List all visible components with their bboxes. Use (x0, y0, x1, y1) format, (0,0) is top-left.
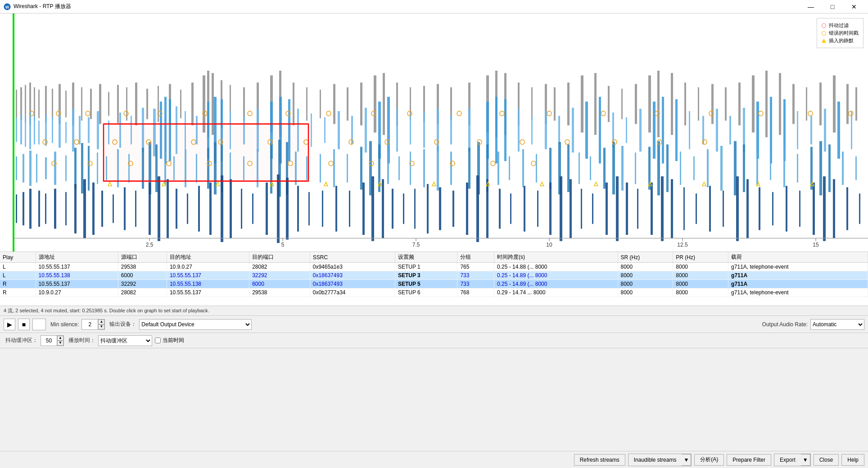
jitter-buffer-spinner[interactable]: ▲ ▼ (41, 335, 64, 346)
waveform-svg[interactable]: 2.5 5 7.5 10 12.5 15 (0, 14, 868, 252)
svg-rect-270 (382, 179, 384, 238)
svg-rect-213 (603, 148, 606, 189)
svg-rect-297 (696, 194, 697, 224)
svg-rect-125 (437, 109, 439, 152)
jitter-up[interactable]: ▲ (57, 336, 63, 341)
table-cell: 8000 (618, 280, 673, 288)
min-silence-label: Min silence: (50, 321, 79, 328)
svg-rect-89 (65, 122, 67, 143)
jitter-down[interactable]: ▼ (57, 341, 63, 346)
svg-rect-266 (335, 186, 337, 232)
svg-rect-219 (666, 144, 669, 192)
export-dropdown[interactable]: ▼ (801, 454, 810, 466)
svg-rect-40 (347, 87, 348, 121)
svg-rect-85 (38, 121, 40, 144)
help-button[interactable]: Help (841, 454, 864, 466)
svg-rect-39 (333, 84, 335, 124)
svg-rect-79 (855, 87, 857, 121)
svg-rect-152 (797, 111, 798, 149)
refresh-streams-button[interactable]: Refresh streams (574, 454, 625, 466)
min-silence-up[interactable]: ▲ (98, 320, 104, 324)
svg-rect-281 (510, 194, 511, 224)
svg-rect-272 (403, 194, 404, 224)
svg-rect-129 (495, 97, 497, 163)
svg-rect-80 (16, 118, 17, 142)
table-row[interactable]: L10.55.55.1372953810.9.0.27280820x9465a1… (0, 263, 868, 271)
svg-rect-76 (819, 82, 822, 125)
svg-rect-153 (810, 116, 812, 144)
stop-button[interactable]: ■ (18, 319, 30, 330)
svg-rect-282 (524, 186, 525, 232)
svg-rect-280 (499, 189, 501, 229)
output-device-select[interactable]: Default Output Device (139, 319, 252, 330)
close-button[interactable]: Close (814, 454, 839, 466)
play-button[interactable]: ▶ (4, 319, 15, 330)
svg-rect-261 (277, 175, 280, 243)
svg-rect-23 (158, 86, 159, 122)
jitter-buffer-input[interactable] (41, 335, 57, 346)
svg-rect-17 (99, 84, 101, 124)
playback-time-select[interactable]: 抖动缓冲区 (98, 335, 152, 346)
prepare-filter-button[interactable]: Prepare Filter (727, 454, 771, 466)
svg-rect-159 (29, 151, 32, 186)
svg-rect-56 (554, 87, 556, 121)
svg-rect-228 (783, 149, 785, 188)
table-row[interactable]: L10.55.55.138600010.55.55.137322920x1863… (0, 271, 868, 280)
inaudible-streams-button[interactable]: Inaudible streams (628, 454, 682, 466)
svg-rect-119 (365, 108, 367, 152)
table-cell: 10.55.55.137 (167, 288, 249, 297)
svg-rect-269 (371, 176, 374, 241)
table-cell: 8000 (618, 271, 673, 280)
maximize-button[interactable]: □ (822, 0, 843, 14)
svg-rect-274 (427, 184, 429, 234)
svg-rect-258 (241, 189, 242, 229)
current-time-checkbox[interactable] (155, 338, 161, 343)
svg-rect-241 (65, 192, 67, 225)
min-silence-input[interactable] (81, 319, 98, 330)
svg-rect-247 (124, 187, 126, 230)
svg-rect-134 (558, 116, 560, 144)
output-audio-rate-select[interactable]: Automatic (810, 319, 864, 330)
svg-rect-155 (837, 102, 840, 159)
svg-rect-198 (423, 149, 425, 188)
svg-rect-255 (209, 183, 212, 235)
current-time-checkbox-label[interactable]: 当前时间 (155, 337, 184, 344)
svg-rect-196 (398, 156, 400, 180)
min-silence-spinner[interactable]: ▲ ▼ (81, 319, 105, 330)
svg-rect-61 (621, 89, 623, 119)
window-controls: — □ ✕ (800, 0, 864, 14)
inaudible-streams-dropdown[interactable]: ▼ (682, 454, 691, 466)
svg-rect-83 (29, 111, 31, 149)
svg-rect-75 (806, 87, 807, 121)
svg-rect-245 (101, 191, 103, 227)
pause-button[interactable] (32, 319, 46, 330)
svg-rect-260 (266, 183, 268, 235)
svg-rect-240 (54, 189, 56, 229)
analyze-button[interactable]: 分析(A) (694, 454, 724, 466)
svg-rect-166 (88, 146, 90, 190)
svg-rect-253 (187, 194, 188, 224)
table-row[interactable]: R10.55.55.1373229210.55.55.13860000x1863… (0, 280, 868, 288)
col-srcport: 源端口 (118, 252, 167, 263)
svg-rect-60 (608, 86, 610, 122)
stream-table[interactable]: Play 源地址 源端口 目的地址 目的端口 SSRC 设置频 分组 时间跨度(… (0, 252, 868, 306)
table-cell: 32292 (249, 271, 310, 280)
svg-rect-68 (711, 84, 714, 124)
close-button[interactable]: ✕ (844, 0, 864, 14)
minimize-button[interactable]: — (800, 0, 821, 14)
svg-rect-295 (671, 179, 673, 238)
table-row[interactable]: R10.9.0.272808210.55.55.137295380x0b2777… (0, 288, 868, 297)
export-button[interactable]: Export (774, 454, 801, 466)
min-silence-down[interactable]: ▼ (98, 324, 104, 329)
svg-rect-21 (135, 82, 137, 125)
table-cell: SETUP 5 (395, 280, 457, 288)
svg-rect-137 (599, 97, 601, 163)
svg-rect-126 (450, 116, 452, 144)
svg-rect-220 (680, 152, 681, 185)
col-src: 源地址 (36, 252, 118, 263)
waveform-area[interactable]: 抖动过滤 错误的时间戳 插入的静默 (0, 14, 868, 252)
svg-rect-143 (675, 99, 678, 161)
svg-rect-82 (25, 113, 26, 147)
svg-rect-54 (531, 87, 533, 121)
table-cell: R (0, 280, 36, 288)
